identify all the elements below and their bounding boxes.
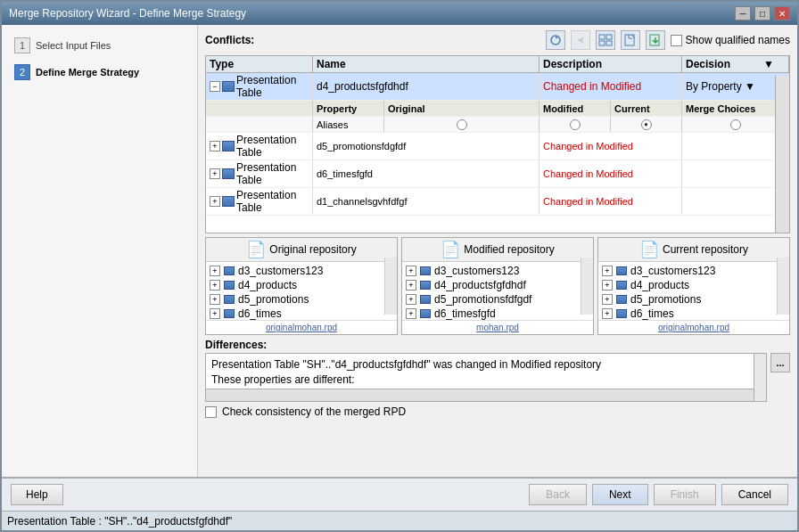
status-bar: Presentation Table : "SH".."d4_productsf… bbox=[2, 511, 797, 530]
list-item[interactable]: + d4_productsfgfdhdf bbox=[404, 278, 591, 292]
expand-icon[interactable]: + bbox=[210, 266, 220, 276]
main-window: Merge Repository Wizard - Define Merge S… bbox=[0, 0, 799, 532]
conflicts-label: Conflicts: bbox=[205, 34, 254, 46]
expand-icon[interactable]: + bbox=[406, 294, 416, 305]
step-2-number: 2 bbox=[14, 64, 30, 80]
expand-icon[interactable]: + bbox=[602, 266, 613, 276]
diff-line-1: Presentation Table "SH".."d4_productsfgf… bbox=[211, 357, 761, 372]
expand-icon[interactable]: + bbox=[602, 280, 613, 291]
next-button[interactable]: Next bbox=[592, 484, 648, 505]
expand-icon[interactable]: + bbox=[210, 308, 220, 319]
refresh-icon[interactable] bbox=[546, 30, 565, 50]
table-icon-3 bbox=[222, 168, 235, 179]
sidebar: 1 Select Input Files 2 Define Merge Stra… bbox=[2, 25, 198, 477]
list-item[interactable]: + d5_promotions bbox=[600, 292, 787, 307]
main-content: Conflicts: bbox=[198, 25, 797, 477]
sub-header-original: Original bbox=[384, 101, 540, 116]
header-type: Type bbox=[206, 56, 313, 72]
navigation-buttons: Back Next Finish Cancel bbox=[529, 484, 788, 505]
list-item[interactable]: + d3_customers123 bbox=[208, 264, 395, 278]
sub-header-property: Property bbox=[313, 101, 384, 116]
table-row[interactable]: − Presentation Table d4_productsfgfdhdf … bbox=[206, 73, 789, 101]
list-item[interactable]: + d3_customers123 bbox=[600, 264, 787, 278]
help-button[interactable]: Help bbox=[11, 484, 63, 505]
table-icon-1 bbox=[222, 81, 235, 92]
show-qualified-checkbox[interactable] bbox=[671, 35, 682, 46]
expand-icon[interactable]: + bbox=[602, 308, 613, 319]
list-item[interactable]: + d4_products bbox=[208, 278, 395, 292]
radio-merge-choices[interactable] bbox=[730, 119, 741, 130]
check-consistency-checkbox[interactable] bbox=[205, 406, 217, 418]
finish-button[interactable]: Finish bbox=[654, 484, 716, 505]
sidebar-step-2[interactable]: 2 Define Merge Strategy bbox=[9, 61, 190, 84]
modified-repo-header: 📄 Modified repository bbox=[402, 238, 593, 262]
expand-icon[interactable]: + bbox=[210, 280, 220, 291]
repos-section: 📄 Original repository + d3_customers123 … bbox=[205, 237, 790, 335]
expand-icon-1[interactable]: − bbox=[210, 81, 220, 92]
diff-more-button[interactable]: ... bbox=[770, 353, 790, 372]
list-item[interactable]: + d4_products bbox=[600, 278, 787, 292]
modified-repo-scrollbar[interactable] bbox=[581, 258, 593, 315]
conflicts-table-header: Type Name Description Decision ▼ bbox=[206, 56, 789, 73]
table-row[interactable]: + Presentation Table d5_promotionsfdgfdf… bbox=[206, 133, 789, 160]
table-row[interactable]: + Presentation Table d6_timesfgfd Change… bbox=[206, 160, 789, 188]
list-item[interactable]: + d6_times bbox=[600, 307, 787, 320]
import-icon[interactable] bbox=[646, 30, 665, 50]
decision-dropdown-arrow[interactable]: ▼ bbox=[763, 58, 774, 70]
maximize-button[interactable]: □ bbox=[754, 6, 770, 20]
differences-label: Differences: bbox=[205, 339, 790, 351]
svg-rect-3 bbox=[599, 41, 605, 45]
table-row[interactable]: + Presentation Table d1_channelsgvhfdfgf… bbox=[206, 188, 789, 216]
list-item[interactable]: + d5_promotionsfdfgdf bbox=[404, 292, 591, 307]
top-bar: Conflicts: bbox=[205, 30, 790, 50]
modified-repo-filename[interactable]: mohan.rpd bbox=[402, 320, 593, 334]
radio-modified[interactable] bbox=[570, 119, 581, 130]
current-repo-list: + d3_customers123 + d4_products + bbox=[598, 262, 789, 320]
back-button[interactable]: Back bbox=[529, 484, 587, 505]
current-repo-filename[interactable]: originalmohan.rpd bbox=[598, 320, 789, 334]
action-icon[interactable] bbox=[571, 30, 590, 50]
expand-icon[interactable]: + bbox=[602, 294, 613, 305]
row1-name: d4_productsfgfdhdf bbox=[313, 73, 540, 100]
list-item[interactable]: + d5_promotions bbox=[208, 292, 395, 307]
svg-rect-2 bbox=[606, 35, 612, 39]
original-repo-scrollbar[interactable] bbox=[384, 258, 397, 315]
expand-icon-3[interactable]: + bbox=[210, 168, 220, 179]
list-item[interactable]: + d3_customers123 bbox=[404, 264, 591, 278]
sub-header-modified: Modified bbox=[540, 101, 611, 116]
step-1-label: Select Input Files bbox=[36, 40, 111, 51]
expand-icon[interactable]: + bbox=[406, 280, 416, 291]
expand-icon[interactable]: + bbox=[406, 266, 416, 276]
expand-icon[interactable]: + bbox=[406, 308, 416, 319]
close-button[interactable]: ✕ bbox=[774, 6, 790, 20]
grid-icon[interactable] bbox=[596, 30, 615, 50]
list-item[interactable]: + d6_times bbox=[208, 307, 395, 320]
sidebar-step-1[interactable]: 1 Select Input Files bbox=[9, 34, 190, 57]
diff-scrollbar-v[interactable] bbox=[754, 354, 766, 401]
show-qualified-check: Show qualified names bbox=[671, 34, 790, 46]
diff-scrollbar-h[interactable] bbox=[206, 389, 754, 401]
sub-header-row: Property Original Modified Current Merge… bbox=[206, 101, 789, 117]
expand-icon-4[interactable]: + bbox=[210, 196, 220, 207]
sub-header-current: Current bbox=[611, 101, 682, 116]
step-2-label: Define Merge Strategy bbox=[36, 67, 139, 78]
list-item[interactable]: + d6_timesfgfd bbox=[404, 307, 591, 320]
status-text: Presentation Table : "SH".."d4_productsf… bbox=[7, 515, 232, 528]
check-consistency-row: Check consistency of the merged RPD bbox=[205, 404, 790, 420]
aliases-row[interactable]: Aliases bbox=[206, 117, 789, 133]
toolbar-icons: Show qualified names bbox=[546, 30, 790, 50]
aliases-merge-choices bbox=[682, 117, 789, 132]
export-icon[interactable] bbox=[621, 30, 640, 50]
original-repo-filename[interactable]: originalmohan.rpd bbox=[206, 320, 397, 334]
minimize-button[interactable]: ─ bbox=[735, 6, 751, 20]
expand-icon-2[interactable]: + bbox=[210, 141, 220, 151]
original-repo-doc-icon: 📄 bbox=[246, 240, 266, 259]
radio-original[interactable] bbox=[457, 119, 467, 130]
header-decision: Decision ▼ bbox=[682, 56, 789, 72]
conflicts-scrollbar[interactable] bbox=[775, 76, 789, 233]
radio-current[interactable] bbox=[641, 119, 652, 130]
cancel-button[interactable]: Cancel bbox=[721, 484, 788, 505]
aliases-original bbox=[384, 117, 540, 132]
current-repo-scrollbar[interactable] bbox=[777, 258, 789, 315]
expand-icon[interactable]: + bbox=[210, 294, 220, 305]
